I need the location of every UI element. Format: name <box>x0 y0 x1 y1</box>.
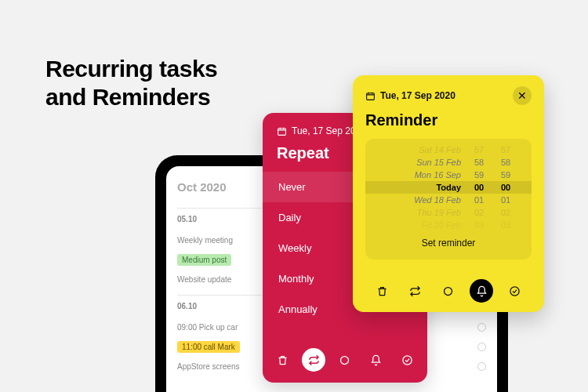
picker-date: Wed 18 Feb <box>378 195 466 205</box>
circle-icon <box>339 354 350 366</box>
repeat-button[interactable] <box>404 279 427 303</box>
reminder-date-row: Tue, 17 Sep 2020 <box>365 90 456 101</box>
reminder-panel: Tue, 17 Sep 2020 ✕ Reminder Sat 14 Feb57… <box>353 75 544 312</box>
circle-button[interactable] <box>333 348 357 372</box>
circle-icon <box>442 285 454 297</box>
reminder-header: Tue, 17 Sep 2020 ✕ <box>365 86 532 105</box>
check-circle-icon <box>401 354 413 366</box>
picker-date: Mon 16 Sep <box>378 170 466 180</box>
task-tag-green: Medium post <box>177 254 231 266</box>
task-tag-yellow: 11:00 call Mark <box>177 341 240 353</box>
svg-point-4 <box>445 287 452 295</box>
trash-icon <box>277 354 289 366</box>
repeat-button[interactable] <box>302 348 325 372</box>
calendar-icon <box>365 91 376 101</box>
trash-icon <box>376 285 388 297</box>
check-icon <box>477 362 486 371</box>
bell-icon <box>476 285 488 297</box>
check-circle-icon <box>509 285 521 297</box>
svg-point-2 <box>403 355 412 364</box>
task-text: Website update <box>177 275 231 284</box>
picker-row[interactable]: Fri 20 Feb0303 <box>365 219 532 231</box>
circle-button[interactable] <box>437 279 460 303</box>
picker-date: Today <box>378 183 466 192</box>
svg-rect-3 <box>367 93 375 100</box>
time-picker[interactable]: Sat 14 Feb5757 Sun 15 Feb5858 Mon 16 Sep… <box>365 139 532 260</box>
picker-minute: 59 <box>492 170 519 180</box>
close-button[interactable]: ✕ <box>513 86 532 105</box>
picker-row-selected[interactable]: Today0000 <box>365 181 532 194</box>
reminder-toolbar <box>365 273 532 304</box>
picker-row[interactable]: Mon 16 Sep5959 <box>365 169 532 181</box>
task-text: AppStore screens <box>177 362 240 371</box>
headline: Recurring tasks and Reminders <box>45 55 217 111</box>
picker-hour: 58 <box>466 158 492 167</box>
repeat-icon <box>409 285 421 297</box>
picker-row[interactable]: Sun 15 Feb5858 <box>365 156 532 169</box>
bell-icon <box>370 354 382 366</box>
picker-hour: 00 <box>466 183 492 192</box>
picker-minute: 57 <box>492 145 519 154</box>
picker-date: Sat 14 Feb <box>378 145 466 154</box>
picker-date: Sun 15 Feb <box>378 158 466 167</box>
task-text: Weekly meeting <box>177 236 233 245</box>
picker-date: Fri 20 Feb <box>378 220 466 230</box>
picker-minute: 01 <box>492 195 519 205</box>
picker-minute: 58 <box>492 158 519 167</box>
headline-line2: and Reminders <box>45 84 210 110</box>
picker-hour: 59 <box>466 170 492 180</box>
picker-hour: 03 <box>466 220 492 230</box>
check-button[interactable] <box>395 348 419 372</box>
picker-minute: 02 <box>492 208 519 217</box>
reminder-title: Reminder <box>365 111 532 129</box>
task-text: 09:00 Pick up car <box>177 323 238 332</box>
check-button[interactable] <box>503 279 527 303</box>
picker-row[interactable]: Thu 19 Feb0202 <box>365 206 532 219</box>
picker-row[interactable]: Sat 14 Feb5757 <box>365 143 532 156</box>
picker-hour: 01 <box>466 195 492 205</box>
picker-hour: 02 <box>466 208 492 217</box>
bell-button[interactable] <box>365 348 388 372</box>
repeat-toolbar <box>263 340 427 383</box>
reminder-date-text: Tue, 17 Sep 2020 <box>380 90 456 101</box>
check-icon <box>477 343 486 351</box>
svg-rect-0 <box>278 128 286 135</box>
picker-minute: 03 <box>492 220 519 230</box>
svg-point-1 <box>341 356 349 364</box>
headline-line1: Recurring tasks <box>45 56 217 82</box>
picker-hour: 57 <box>466 145 492 154</box>
picker-minute: 00 <box>492 183 519 192</box>
close-icon: ✕ <box>517 89 527 102</box>
trash-button[interactable] <box>271 348 295 372</box>
calendar-icon <box>277 126 287 136</box>
check-icon <box>477 323 486 332</box>
picker-date: Thu 19 Feb <box>378 208 466 217</box>
bell-button[interactable] <box>470 279 493 303</box>
trash-button[interactable] <box>370 279 394 303</box>
svg-point-5 <box>510 286 519 295</box>
repeat-icon <box>308 354 320 366</box>
set-reminder-button[interactable]: Set reminder <box>365 231 532 252</box>
picker-row[interactable]: Wed 18 Feb0101 <box>365 194 532 206</box>
